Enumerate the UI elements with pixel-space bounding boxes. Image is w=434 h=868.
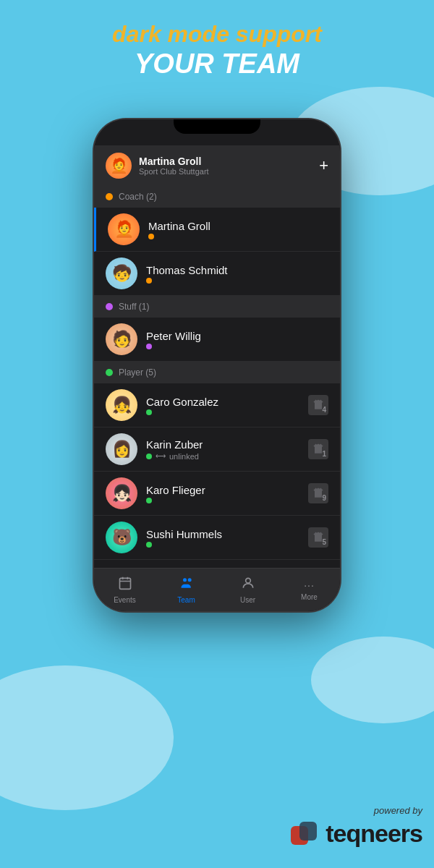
cloud-bg-1 [0, 665, 174, 810]
member-name: Sushi Hummels [146, 528, 299, 540]
member-info: Martina Groll [148, 220, 328, 239]
member-status-row [146, 344, 328, 349]
bottom-nav: Events Team [94, 568, 340, 611]
member-info: Karo Flieger [146, 484, 299, 503]
avatar: 👩 [106, 433, 137, 465]
app-screen: 🧑‍🦰 Martina Groll Sport Club Stuttgart +… [94, 145, 340, 611]
jersey-number: 1 [322, 450, 326, 458]
status-dot [146, 542, 152, 548]
footer-brand: powered by teqneers [286, 805, 422, 851]
jersey-badge: 4 [308, 395, 328, 415]
avatar: 🧑‍🦰 [108, 213, 140, 245]
svg-point-6 [245, 578, 250, 583]
svg-point-5 [187, 578, 191, 582]
list-item[interactable]: 🧒 Thomas Schmidt [94, 252, 340, 296]
add-member-button[interactable]: + [319, 156, 328, 175]
unlinked-label: unlinked [169, 452, 199, 461]
teqneers-name: teqneers [326, 820, 422, 848]
status-dot [146, 278, 152, 284]
team-icon [179, 576, 194, 594]
status-dot [146, 344, 152, 349]
member-name: Karin Zuber [146, 438, 299, 451]
powered-by-text: powered by [286, 805, 422, 816]
jersey-badge: 1 [308, 439, 328, 459]
more-icon: ··· [304, 579, 315, 591]
status-dot [146, 409, 152, 415]
member-name: Caro Gonzalez [146, 396, 299, 408]
user-label: User [240, 596, 255, 604]
member-name: Thomas Schmidt [146, 264, 328, 276]
section-header-stuff: Stuff (1) [94, 296, 340, 318]
nav-item-team[interactable]: Team [156, 576, 217, 604]
jersey-number: 5 [322, 538, 326, 546]
teqneers-icon [286, 816, 321, 851]
list-item[interactable]: 👧 Caro Gonzalez 4 [94, 383, 340, 427]
phone-notch [94, 119, 340, 145]
events-icon [118, 576, 132, 594]
list-item[interactable]: 👩 Karin Zuber ⟷ unlinked 1 [94, 427, 340, 472]
member-name: Peter Willig [146, 330, 328, 342]
app-header: 🧑‍🦰 Martina Groll Sport Club Stuttgart + [94, 145, 340, 186]
teqneers-logo: teqneers [286, 816, 422, 851]
member-status-row [146, 278, 328, 284]
member-status-row: ⟷ unlinked [146, 452, 299, 461]
nav-item-events[interactable]: Events [94, 576, 156, 604]
nav-item-more[interactable]: ··· More [278, 579, 340, 601]
header-user-name: Martina Groll [139, 156, 209, 167]
member-status-row [146, 498, 299, 503]
header-user-info: 🧑‍🦰 Martina Groll Sport Club Stuttgart [106, 153, 209, 179]
member-name: Karo Flieger [146, 484, 299, 496]
member-status-row [148, 234, 328, 239]
player-dot [106, 369, 113, 376]
jersey-number: 9 [322, 494, 326, 502]
svg-rect-8 [299, 822, 317, 841]
cloud-bg-3 [311, 637, 434, 723]
member-info: Peter Willig [146, 330, 328, 349]
nav-item-user[interactable]: User [217, 576, 278, 604]
member-info: Caro Gonzalez [146, 396, 299, 415]
page-title: YOUR TEAM [0, 48, 434, 81]
list-item[interactable]: 🧑 Peter Willig [94, 318, 340, 362]
member-status-row [146, 409, 299, 415]
avatar: 👧 [106, 389, 137, 421]
status-dot [146, 454, 152, 459]
svg-rect-0 [119, 578, 130, 589]
notch-bar [174, 119, 260, 134]
jersey-number: 4 [322, 406, 326, 414]
avatar: 🧒 [106, 258, 137, 289]
header-avatar: 🧑‍🦰 [106, 153, 132, 179]
avatar: 👧🏻 [106, 477, 137, 509]
player-label: Player (5) [119, 367, 156, 378]
coach-label: Coach (2) [119, 192, 157, 202]
header-text-group: Martina Groll Sport Club Stuttgart [139, 156, 209, 176]
header-club-name: Sport Club Stuttgart [139, 167, 209, 176]
stuff-label: Stuff (1) [119, 302, 149, 312]
more-label: More [301, 593, 318, 601]
tagline: dark mode support [0, 20, 434, 48]
member-info: Karin Zuber ⟷ unlinked [146, 438, 299, 461]
avatar: 🐻 [106, 522, 137, 553]
status-dot [148, 234, 154, 239]
jersey-badge: 9 [308, 483, 328, 503]
list-item[interactable]: 👧🏻 Karo Flieger 9 [94, 472, 340, 516]
member-status-row [146, 542, 299, 548]
jersey-badge: 5 [308, 527, 328, 548]
page-header: dark mode support YOUR TEAM [0, 0, 434, 81]
list-item[interactable]: 🐻 Sushi Hummels 5 [94, 516, 340, 560]
section-header-player: Player (5) [94, 362, 340, 383]
list-item[interactable]: 🧑‍🦰 Martina Groll [94, 208, 340, 252]
member-info: Sushi Hummels [146, 528, 299, 548]
coach-dot [106, 193, 113, 200]
stuff-dot [106, 303, 113, 310]
events-label: Events [114, 596, 136, 604]
team-label: Team [177, 596, 195, 604]
member-info: Thomas Schmidt [146, 264, 328, 284]
user-icon [241, 576, 255, 594]
avatar: 🧑 [106, 323, 137, 355]
status-dot [146, 498, 152, 503]
section-header-coach: Coach (2) [94, 186, 340, 208]
svg-point-4 [183, 578, 187, 582]
member-list: Coach (2) 🧑‍🦰 Martina Groll 🧒 [94, 186, 340, 568]
phone-frame: 🧑‍🦰 Martina Groll Sport Club Stuttgart +… [94, 119, 340, 611]
member-name: Martina Groll [148, 220, 328, 232]
